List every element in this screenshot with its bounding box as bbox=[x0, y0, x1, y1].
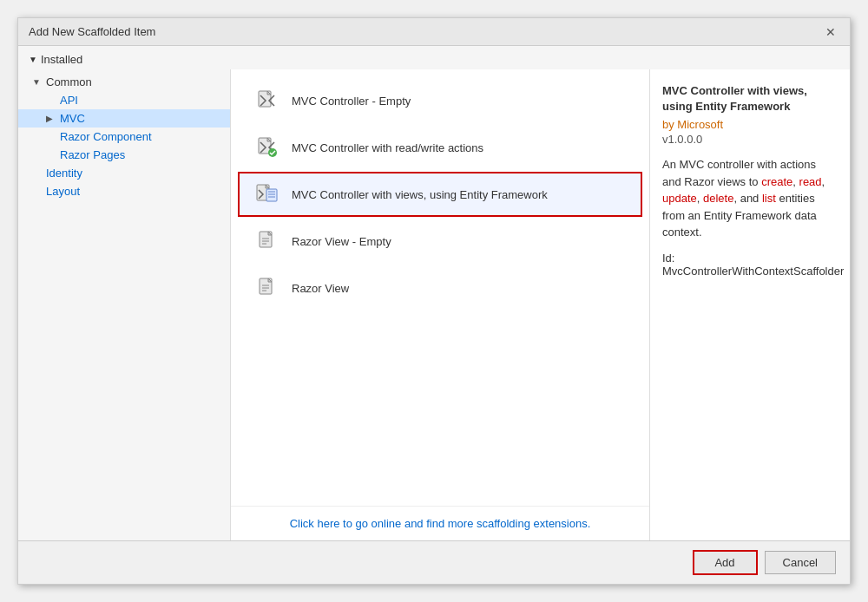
tree-label-api: API bbox=[60, 94, 78, 107]
tree-item-common[interactable]: ▼ Common bbox=[18, 73, 230, 91]
tree-item-razor-pages[interactable]: Razor Pages bbox=[18, 146, 230, 164]
detail-description: An MVC controller with actions and Razor… bbox=[662, 156, 838, 241]
tree-label-common: Common bbox=[46, 75, 92, 88]
bottom-bar: Add Cancel bbox=[18, 540, 850, 584]
tree-item-api[interactable]: API bbox=[18, 91, 230, 109]
dialog-title: Add New Scaffolded Item bbox=[29, 25, 155, 38]
items-list: MVC Controller - Empty bbox=[231, 69, 649, 506]
tree-label-razor-pages: Razor Pages bbox=[60, 148, 125, 161]
scaffold-item-mvc-readwrite-label: MVC Controller with read/write actions bbox=[292, 141, 483, 154]
tree-item-razor-component[interactable]: Razor Component bbox=[18, 128, 230, 146]
add-scaffolded-item-dialog: Add New Scaffolded Item ✕ ▼ Installed ▼ … bbox=[17, 17, 851, 585]
main-content: ▼ Common API ▶ MVC Razor Component bbox=[18, 69, 850, 540]
razor-empty-icon bbox=[253, 227, 281, 255]
detail-author: by Microsoft bbox=[662, 118, 838, 131]
mvc-ef-icon bbox=[253, 180, 281, 208]
right-panel: MVC Controller with views, using Entity … bbox=[650, 69, 850, 540]
mvc-toggle-icon: ▶ bbox=[46, 114, 60, 123]
author-prefix: by bbox=[662, 118, 677, 131]
title-bar: Add New Scaffolded Item ✕ bbox=[18, 18, 850, 46]
detail-version: v1.0.0.0 bbox=[662, 133, 838, 146]
scaffold-item-mvc-empty-label: MVC Controller - Empty bbox=[292, 95, 411, 108]
tree-item-mvc[interactable]: ▶ MVC bbox=[18, 109, 230, 128]
scaffold-item-mvc-empty[interactable]: MVC Controller - Empty bbox=[238, 78, 642, 123]
tree-item-identity[interactable]: Identity bbox=[18, 164, 230, 182]
svg-rect-4 bbox=[266, 189, 277, 201]
tree-label-mvc: MVC bbox=[60, 112, 85, 125]
scaffold-item-mvc-readwrite[interactable]: MVC Controller with read/write actions bbox=[238, 125, 642, 170]
left-panel: ▼ Common API ▶ MVC Razor Component bbox=[18, 69, 231, 540]
scaffold-item-mvc-ef-label: MVC Controller with views, using Entity … bbox=[292, 188, 548, 201]
scaffold-item-mvc-ef[interactable]: MVC Controller with views, using Entity … bbox=[238, 172, 642, 217]
scaffold-item-razor-view[interactable]: Razor View bbox=[238, 265, 642, 311]
installed-label: Installed bbox=[41, 53, 82, 66]
scaffold-item-razor-empty[interactable]: Razor View - Empty bbox=[238, 219, 642, 264]
mvc-readwrite-icon bbox=[253, 134, 281, 161]
common-toggle-icon: ▼ bbox=[32, 77, 46, 87]
tree-label-layout: Layout bbox=[46, 185, 80, 198]
author-name: Microsoft bbox=[677, 118, 723, 131]
center-panel: MVC Controller - Empty bbox=[231, 69, 650, 540]
tree-item-layout[interactable]: Layout bbox=[18, 182, 230, 200]
online-extensions-link[interactable]: Click here to go online and find more sc… bbox=[231, 506, 649, 540]
installed-header[interactable]: ▼ Installed bbox=[18, 46, 850, 69]
tree-label-razor-component: Razor Component bbox=[60, 130, 152, 143]
scaffold-item-razor-view-label: Razor View bbox=[292, 282, 349, 295]
scaffold-item-razor-empty-label: Razor View - Empty bbox=[292, 235, 391, 248]
razor-view-icon bbox=[253, 274, 281, 302]
close-button[interactable]: ✕ bbox=[822, 23, 839, 41]
installed-toggle-icon: ▼ bbox=[29, 55, 37, 64]
detail-title: MVC Controller with views, using Entity … bbox=[662, 83, 838, 115]
content-area: ▼ Installed ▼ Common API ▶ MVC bbox=[18, 46, 850, 540]
detail-id: Id: MvcControllerWithContextScaffolder bbox=[662, 252, 838, 278]
tree-label-identity: Identity bbox=[46, 167, 82, 180]
add-button[interactable]: Add bbox=[693, 550, 758, 575]
mvc-empty-icon bbox=[253, 87, 281, 115]
cancel-button[interactable]: Cancel bbox=[765, 551, 836, 574]
